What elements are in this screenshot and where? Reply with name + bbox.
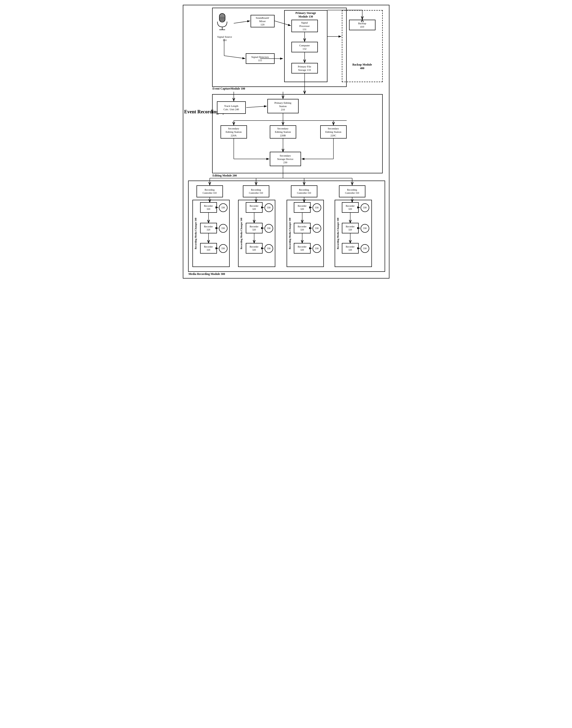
recorder-2c: Recorder320 [246, 243, 263, 254]
backup-410: Backup410 [349, 20, 375, 30]
primary-storage-label: Primary StorageModule 130 [285, 11, 326, 18]
rec-controller-2: RecordingController 310 [243, 185, 269, 197]
recorder-3b: Recorder320 [294, 223, 311, 233]
recorder-1c: Recorder320 [200, 243, 217, 254]
rec-controller-4: RecordingController 310 [339, 185, 365, 197]
media-1c: 330 [219, 244, 227, 253]
computer-132: Computer132 [291, 42, 318, 52]
media-1b: 330 [219, 224, 227, 233]
recorder-1a: Recorder320 [200, 202, 217, 213]
microphone-icon [215, 12, 229, 32]
editing-module-label: Editing Module 200 [213, 174, 237, 177]
media-2b: 330 [265, 224, 273, 233]
media-changer-label-1: Recording Media Changer 340 [193, 202, 198, 265]
primary-file-storage: Primary FileStorage 133 [291, 63, 318, 74]
sec-editing-a: SecondaryEditing Station220A [221, 125, 247, 139]
backup-module-label: Backup Module400 [342, 63, 382, 70]
signal-source-label: Signal Source110 [215, 34, 235, 43]
media-recording-label: Media Recording Module 300 [189, 272, 225, 276]
recorder-2b: Recorder320 [246, 223, 263, 233]
media-2c: 330 [265, 244, 273, 253]
signal-processor: SignalProcessor131 [291, 20, 318, 32]
media-3c: 330 [312, 244, 321, 253]
recorder-4c: Recorder320 [342, 243, 359, 254]
sec-editing-b: SecondaryEditing Station220B [270, 125, 296, 139]
media-2a: 330 [265, 204, 273, 212]
sec-editing-c: SecondaryEditing Station220C [320, 125, 347, 139]
signal-source [215, 12, 234, 36]
primary-editing-station: Primary EditingStation210 [267, 99, 299, 113]
recorder-1b: Recorder320 [200, 223, 217, 233]
recorder-3c: Recorder320 [294, 243, 311, 254]
recorder-4b: Recorder320 [342, 223, 359, 233]
recorder-2a: Recorder320 [246, 202, 263, 213]
media-3a: 330 [312, 204, 321, 212]
svg-rect-0 [219, 13, 225, 22]
media-4c: 330 [361, 244, 369, 253]
rec-controller-3: RecordingController 310 [291, 185, 317, 197]
track-length-unit: Track LengthCalc. Unit 240 [217, 101, 246, 114]
recorder-3a: Recorder320 [294, 202, 311, 213]
secondary-storage: SecondaryStorage Device230 [270, 152, 301, 166]
media-changer-label-4: Recording Media Changer 340 [336, 202, 340, 265]
rec-controller-1: RecordingController 310 [197, 185, 223, 197]
media-changer-label-3: Recording Media Changer 340 [288, 202, 292, 265]
media-1a: 330 [219, 204, 227, 212]
media-changer-label-2: Recording Media Changer 340 [239, 202, 244, 265]
event-capture-label: Event CaptureModule 100 [213, 87, 245, 90]
media-4a: 330 [361, 204, 369, 212]
main-diagram: Event Recording System 98 Event CaptureM… [183, 5, 389, 278]
media-4b: 330 [361, 224, 369, 233]
media-3b: 330 [312, 224, 321, 233]
soundboard-mixer: Soundboard/Mixer120 [251, 15, 275, 27]
recorder-4a: Recorder320 [342, 202, 359, 213]
signal-detectors: Signal Detectors115 [246, 53, 275, 64]
